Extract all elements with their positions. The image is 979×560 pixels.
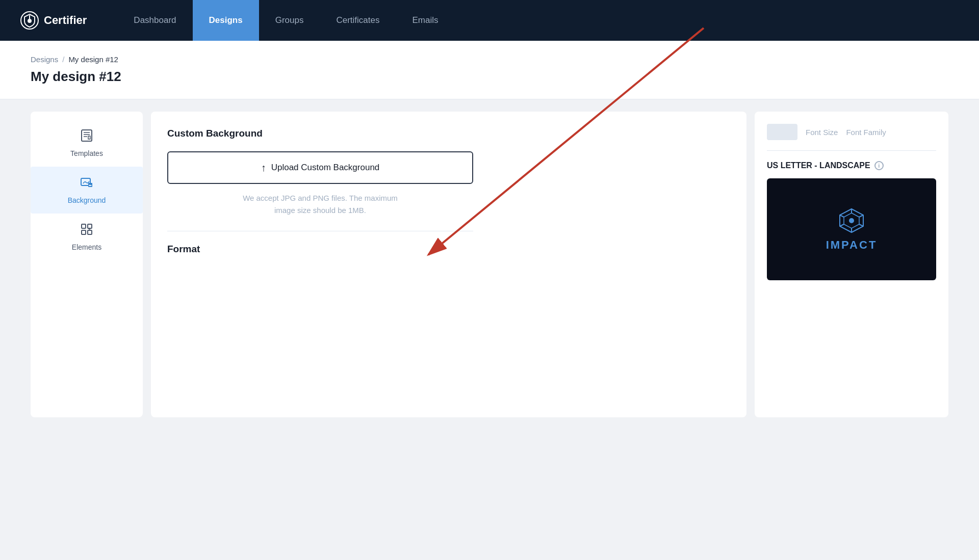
brand-name: Certifier xyxy=(44,14,87,27)
upload-button-label: Upload Custom Background xyxy=(271,163,380,173)
info-icon: i xyxy=(874,161,884,170)
background-icon xyxy=(80,176,93,192)
svg-point-11 xyxy=(849,218,854,223)
toolbar-divider xyxy=(767,150,936,151)
format-title: Format xyxy=(167,244,730,255)
main-area: Templates Background xyxy=(31,112,948,417)
sidebar-item-templates[interactable]: Templates xyxy=(31,120,143,167)
nav-item-dashboard[interactable]: Dashboard xyxy=(117,0,192,41)
sidebar-item-elements-label: Elements xyxy=(72,243,101,251)
font-size-box xyxy=(767,124,797,140)
content-panel: Custom Background ↑ Upload Custom Backgr… xyxy=(151,112,746,417)
preview-hexagon-icon xyxy=(838,207,865,234)
templates-icon xyxy=(80,129,93,145)
font-size-label: Font Size xyxy=(806,128,838,137)
sidebar-item-templates-label: Templates xyxy=(70,149,103,157)
sidebar: Templates Background xyxy=(31,112,143,417)
header-section: Designs / My design #12 My design #12 xyxy=(0,41,979,99)
font-family-label: Font Family xyxy=(846,128,886,137)
nav-item-groups[interactable]: Groups xyxy=(259,0,320,41)
preview-impact-text: IMPACT xyxy=(826,238,878,252)
svg-rect-5 xyxy=(82,224,86,228)
right-panel: Font Size Font Family US LETTER - LANDSC… xyxy=(755,112,948,417)
template-preview: IMPACT xyxy=(767,178,936,280)
svg-line-17 xyxy=(859,224,863,226)
elements-icon xyxy=(80,223,93,239)
svg-rect-4 xyxy=(88,183,92,187)
upload-hint: We accept JPG and PNG files. The maximum… xyxy=(167,192,473,217)
upload-background-button[interactable]: ↑ Upload Custom Background xyxy=(167,151,473,184)
page-title: My design #12 xyxy=(31,69,948,85)
sidebar-item-background[interactable]: Background xyxy=(31,167,143,214)
brand-logo[interactable]: Certifier xyxy=(20,11,87,30)
brand-icon xyxy=(20,11,39,30)
sidebar-item-background-label: Background xyxy=(68,196,106,204)
sidebar-item-elements[interactable]: Elements xyxy=(31,214,143,260)
breadcrumb-parent[interactable]: Designs xyxy=(31,55,58,64)
svg-line-16 xyxy=(859,215,863,217)
nav-links: Dashboard Designs Groups Certificates Em… xyxy=(117,0,959,41)
svg-line-15 xyxy=(840,224,844,226)
breadcrumb-current: My design #12 xyxy=(68,55,118,64)
navbar: Certifier Dashboard Designs Groups Certi… xyxy=(0,0,979,41)
template-section-title-text: US LETTER - LANDSCAPE xyxy=(767,161,870,170)
svg-rect-8 xyxy=(88,230,92,234)
nav-item-designs[interactable]: Designs xyxy=(193,0,259,41)
template-section-title: US LETTER - LANDSCAPE i xyxy=(767,161,936,170)
toolbar: Font Size Font Family xyxy=(767,124,936,140)
nav-item-emails[interactable]: Emails xyxy=(396,0,454,41)
svg-rect-6 xyxy=(88,224,92,228)
breadcrumb: Designs / My design #12 xyxy=(31,55,948,64)
preview-inner: IMPACT xyxy=(826,207,878,252)
nav-item-certificates[interactable]: Certificates xyxy=(320,0,396,41)
custom-background-title: Custom Background xyxy=(167,128,730,139)
upload-hint-line1: We accept JPG and PNG files. The maximum xyxy=(243,194,398,202)
upload-hint-line2: image size should be 1MB. xyxy=(274,206,366,215)
svg-line-14 xyxy=(840,215,844,217)
breadcrumb-separator: / xyxy=(62,55,64,64)
svg-rect-7 xyxy=(82,230,86,234)
upload-icon: ↑ xyxy=(261,162,266,174)
svg-point-1 xyxy=(28,19,32,23)
